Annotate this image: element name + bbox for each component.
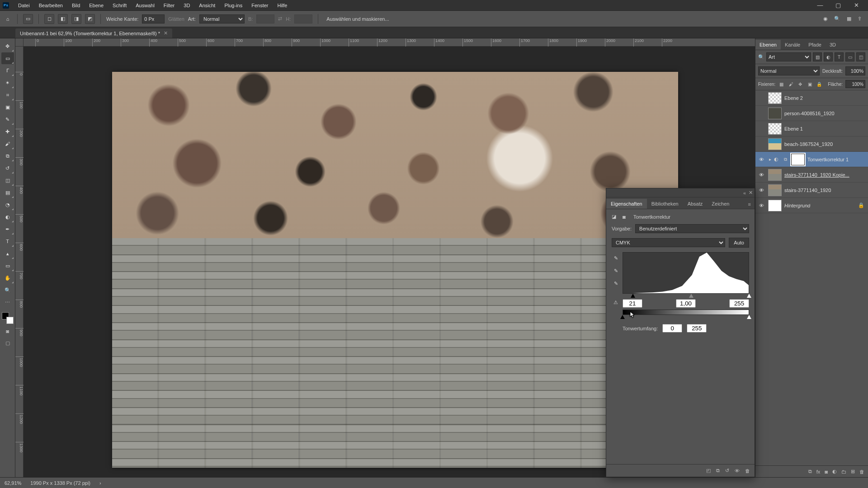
layer-name[interactable]: Tonwertkorrektur 1 (807, 157, 849, 162)
layer-effects-icon[interactable]: fx (816, 469, 821, 474)
lock-all-icon[interactable]: 🔒 (816, 80, 822, 88)
visibility-toggle-icon[interactable]: 👁 (757, 172, 765, 178)
lock-position-icon[interactable]: ✥ (797, 80, 804, 88)
delete-adjustment-icon[interactable]: 🗑 (745, 468, 750, 474)
reset-icon[interactable]: ↺ (725, 468, 729, 474)
gamma-input-field[interactable] (676, 299, 696, 308)
opacity-input[interactable] (845, 66, 865, 75)
gray-point-eyedropper-icon[interactable]: ✎ (612, 267, 620, 275)
layer-row[interactable]: beach-1867524_1920 (755, 136, 868, 152)
selection-intersect-icon[interactable]: ◩ (85, 14, 95, 24)
dodge-tool[interactable]: ◐ (1, 211, 14, 223)
layer-thumbnail[interactable] (768, 169, 782, 181)
feather-input[interactable] (142, 14, 165, 23)
share-icon[interactable]: ⇪ (858, 16, 862, 22)
background-color[interactable] (6, 317, 14, 324)
gradient-tool[interactable]: ▤ (1, 187, 14, 198)
layer-row[interactable]: 👁Hintergrund🔒 (755, 198, 868, 213)
type-tool[interactable]: T (1, 235, 14, 247)
layer-row[interactable]: 👁stairs-3771140_1920 (755, 183, 868, 198)
visibility-toggle-icon[interactable]: 👁 (757, 157, 765, 162)
pen-tool[interactable]: ✒ (1, 223, 14, 235)
ruler-origin[interactable] (15, 38, 24, 47)
filter-smart-icon[interactable]: ◫ (856, 52, 865, 61)
layer-thumbnail[interactable] (768, 138, 782, 150)
gamma-input-slider[interactable] (689, 294, 693, 298)
white-output-field[interactable] (687, 324, 707, 333)
white-input-field[interactable] (729, 299, 749, 308)
cloud-docs-icon[interactable]: ◉ (823, 16, 828, 22)
layer-thumbnail[interactable] (768, 108, 782, 119)
layer-name[interactable]: Hintergrund (784, 203, 810, 208)
lock-artboard-icon[interactable]: ▣ (807, 80, 813, 88)
home-icon[interactable]: ⌂ (4, 15, 12, 23)
rectangular-marquee-tool[interactable]: ▭ (1, 52, 14, 64)
layer-name[interactable]: Ebene 1 (784, 126, 803, 131)
menu-help[interactable]: Hilfe (273, 3, 292, 8)
rectangle-shape-tool[interactable]: ▭ (1, 260, 14, 272)
close-icon[interactable]: ✕ (164, 30, 168, 36)
selection-new-icon[interactable]: ◻ (44, 14, 54, 24)
layer-mask-thumbnail[interactable] (791, 154, 805, 165)
doc-info-chevron-icon[interactable]: › (99, 480, 101, 486)
move-tool[interactable]: ✥ (1, 40, 14, 52)
menu-plugins[interactable]: Plug-ins (220, 3, 247, 8)
menu-type[interactable]: Schrift (108, 3, 131, 8)
menu-image[interactable]: Bild (67, 3, 85, 8)
zoom-level[interactable]: 62,91% (5, 480, 21, 486)
eraser-tool[interactable]: ◫ (1, 174, 14, 186)
window-maximize-button[interactable]: ▢ (829, 2, 847, 9)
collapse-panel-icon[interactable]: « (743, 190, 746, 196)
filter-shape-icon[interactable]: ▭ (845, 52, 854, 61)
selection-add-icon[interactable]: ◧ (58, 14, 68, 24)
white-input-slider[interactable] (747, 294, 751, 298)
tab-channels[interactable]: Kanäle (781, 40, 804, 50)
window-close-button[interactable]: ✕ (847, 2, 865, 9)
filter-adjustment-icon[interactable]: ◐ (824, 52, 833, 61)
tab-paragraph[interactable]: Absatz (683, 199, 708, 209)
visibility-toggle-icon[interactable]: 👁 (757, 203, 765, 208)
edit-toolbar-icon[interactable]: ⋯ (1, 296, 14, 308)
black-input-slider[interactable] (631, 294, 635, 298)
menu-filter[interactable]: Filter (159, 3, 179, 8)
screen-mode-icon[interactable]: ▢ (3, 338, 12, 347)
channel-select[interactable]: CMYK (612, 238, 725, 247)
toggle-visibility-icon[interactable]: 👁 (735, 468, 740, 474)
menu-file[interactable]: Datei (14, 3, 34, 8)
layer-thumbnail[interactable] (768, 200, 782, 211)
menu-3d[interactable]: 3D (179, 3, 194, 8)
document-info[interactable]: 1990 Px x 1338 Px (72 ppi) (30, 480, 90, 486)
menu-view[interactable]: Ansicht (194, 3, 220, 8)
quick-mask-icon[interactable]: ◙ (3, 327, 12, 336)
eyedropper-tool[interactable]: ✎ (1, 113, 14, 125)
fill-input[interactable] (845, 80, 865, 88)
preset-select[interactable]: Benutzerdefiniert (635, 224, 749, 233)
output-slider-track[interactable] (623, 315, 749, 320)
layer-name[interactable]: stairs-3771140_1920 Kopie... (784, 172, 849, 178)
histogram[interactable] (623, 252, 749, 294)
clip-warning-icon[interactable]: ⚠ (612, 298, 620, 306)
crop-tool[interactable]: ⌗ (1, 89, 14, 101)
link-layers-icon[interactable]: ⧉ (808, 469, 812, 474)
input-slider-track[interactable] (623, 294, 749, 299)
filter-pixel-icon[interactable]: ▧ (813, 52, 822, 61)
layer-thumbnail[interactable] (768, 184, 782, 196)
vertical-ruler[interactable]: 0100200300400500600700800900100011001200… (15, 47, 24, 477)
tab-layers[interactable]: Ebenen (755, 40, 781, 50)
filter-type-icon[interactable]: T (835, 52, 844, 61)
black-input-field[interactable] (623, 299, 642, 308)
hand-tool[interactable]: ✋ (1, 272, 14, 284)
delete-layer-icon[interactable]: 🗑 (859, 469, 864, 474)
brush-tool[interactable]: 🖌 (1, 138, 14, 150)
link-mask-icon[interactable]: ⧉ (784, 157, 788, 162)
frame-tool[interactable]: ▣ (1, 101, 14, 113)
auto-button[interactable]: Auto (729, 238, 749, 248)
new-layer-icon[interactable]: ⊞ (851, 469, 855, 474)
tab-libraries[interactable]: Bibliotheken (647, 199, 683, 209)
menu-window[interactable]: Fenster (247, 3, 273, 8)
menu-select[interactable]: Auswahl (131, 3, 159, 8)
horizontal-ruler[interactable]: 0100200300400500600700800900100011001200… (24, 38, 755, 47)
layer-name[interactable]: stairs-3771140_1920 (784, 188, 831, 193)
layer-name[interactable]: person-4008516_1920 (784, 111, 835, 116)
path-selection-tool[interactable]: ▴ (1, 248, 14, 259)
